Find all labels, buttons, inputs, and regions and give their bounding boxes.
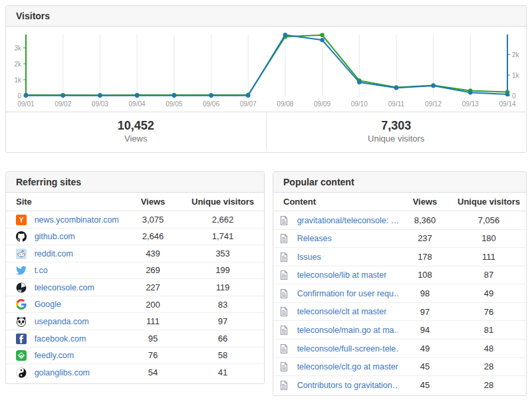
referring-site-link[interactable]: reddit.com bbox=[35, 249, 73, 258]
content-link[interactable]: Confirmation for user requesting to bbox=[297, 289, 398, 298]
content-link[interactable]: Contributors to gravitational/teleco bbox=[297, 381, 398, 390]
unique-total-label: Unique visitors bbox=[267, 134, 527, 144]
views-total-value: 10,452 bbox=[6, 118, 266, 134]
referring-site-link[interactable]: usepanda.com bbox=[35, 317, 89, 326]
unique-value: 180 bbox=[452, 229, 526, 248]
views-value: 95 bbox=[124, 330, 182, 347]
referring-site-link[interactable]: teleconsole.com bbox=[35, 283, 94, 292]
views-value: 269 bbox=[124, 262, 182, 279]
referring-site-link[interactable]: golanglibs.com bbox=[35, 368, 90, 377]
views-total-label: Views bbox=[6, 134, 266, 144]
file-text-icon bbox=[279, 233, 289, 244]
file-text-icon bbox=[279, 270, 289, 280]
unique-value: 76 bbox=[452, 302, 526, 321]
views-value: 439 bbox=[124, 245, 182, 262]
views-value: 94 bbox=[398, 321, 452, 340]
svg-text:2k: 2k bbox=[512, 51, 520, 58]
table-row: Confirmation for user requesting to 98 4… bbox=[273, 284, 526, 303]
views-value: 227 bbox=[124, 279, 182, 296]
twitter-favicon bbox=[16, 265, 27, 276]
unique-value: 7,056 bbox=[452, 211, 526, 230]
table-row: golanglibs.com 54 41 bbox=[6, 364, 264, 381]
unique-value: 199 bbox=[182, 262, 264, 279]
unique-total-stat: 7,303 Unique visitors bbox=[266, 112, 527, 150]
hackernews-favicon: Y bbox=[16, 215, 27, 225]
content-link[interactable]: gravitational/teleconsole: UNIX shel bbox=[297, 216, 398, 225]
svg-text:09/04: 09/04 bbox=[129, 100, 146, 108]
file-text-icon bbox=[279, 344, 289, 354]
file-text-icon bbox=[279, 361, 289, 372]
views-value: 2,646 bbox=[124, 228, 182, 245]
visitors-stats-row: 10,452 Views 7,303 Unique visitors bbox=[6, 112, 526, 150]
unique-value: 83 bbox=[182, 296, 264, 313]
referring-site-link[interactable]: feedly.com bbox=[35, 351, 74, 360]
column-header-unique: Unique visitors bbox=[452, 193, 526, 211]
github-favicon bbox=[16, 231, 27, 242]
file-text-icon bbox=[279, 325, 289, 336]
table-row: teleconsole/main.go at master 94 81 bbox=[273, 321, 526, 340]
unique-value: 2,662 bbox=[182, 211, 264, 229]
content-link[interactable]: teleconsole/clt.go at master bbox=[297, 362, 398, 371]
unique-value: 28 bbox=[452, 376, 526, 394]
svg-text:09/10: 09/10 bbox=[351, 100, 368, 108]
golanglibs-favicon bbox=[16, 367, 27, 378]
column-header-views: Views bbox=[398, 193, 452, 211]
file-text-icon bbox=[279, 252, 289, 262]
referring-sites-card: Referring sites Site Views Unique visito… bbox=[5, 171, 265, 384]
content-link[interactable]: teleconsole/full-screen-teleconsole bbox=[297, 344, 398, 353]
svg-text:09/08: 09/08 bbox=[277, 100, 293, 108]
unique-value: 1,741 bbox=[182, 228, 264, 245]
reddit-favicon bbox=[16, 249, 27, 259]
referring-site-link[interactable]: Google bbox=[35, 300, 61, 309]
svg-text:09/07: 09/07 bbox=[240, 100, 257, 108]
content-link[interactable]: teleconsole/lib at master bbox=[297, 270, 387, 280]
table-row: Google 200 83 bbox=[6, 296, 264, 313]
referring-site-link[interactable]: github.com bbox=[35, 232, 75, 241]
content-link[interactable]: teleconsole/main.go at master bbox=[297, 326, 398, 335]
views-value: 98 bbox=[398, 284, 452, 303]
table-row: t.co 269 199 bbox=[6, 262, 264, 279]
referring-site-link[interactable]: facebook.com bbox=[35, 334, 86, 344]
svg-text:09/01: 09/01 bbox=[17, 100, 34, 108]
views-value: 237 bbox=[398, 229, 452, 248]
svg-text:09/09: 09/09 bbox=[314, 100, 331, 108]
teleconsole-favicon bbox=[16, 282, 27, 293]
svg-text:Y: Y bbox=[19, 217, 24, 224]
referring-site-link[interactable]: news.ycombinator.com bbox=[35, 215, 119, 225]
svg-text:09/02: 09/02 bbox=[55, 100, 71, 108]
referring-sites-table: Site Views Unique visitors Y news.ycombi… bbox=[6, 193, 264, 381]
table-row: github.com 2,646 1,741 bbox=[6, 228, 264, 245]
views-value: 178 bbox=[398, 248, 452, 266]
views-value: 108 bbox=[398, 266, 452, 284]
referring-site-link[interactable]: t.co bbox=[35, 266, 48, 275]
visitors-card-title: Visitors bbox=[6, 6, 526, 27]
visitors-card: Visitors 01k2k3k01k2k09/0109/0209/0309/0… bbox=[5, 5, 527, 153]
visitors-traffic-chart[interactable]: 01k2k3k01k2k09/0109/0209/0309/0409/0509/… bbox=[6, 27, 526, 112]
svg-text:2k: 2k bbox=[14, 60, 22, 68]
file-text-icon bbox=[279, 215, 289, 226]
content-link[interactable]: Issues bbox=[297, 252, 321, 262]
feedly-favicon bbox=[16, 350, 27, 361]
svg-text:0: 0 bbox=[17, 92, 21, 100]
table-row: usepanda.com 111 97 bbox=[6, 313, 264, 330]
svg-text:09/13: 09/13 bbox=[462, 100, 479, 108]
views-value: 111 bbox=[124, 313, 182, 330]
unique-value: 49 bbox=[452, 284, 526, 303]
unique-value: 81 bbox=[452, 321, 526, 340]
column-header-unique: Unique visitors bbox=[182, 193, 264, 211]
table-row: teleconsole/lib at master 108 87 bbox=[273, 266, 526, 284]
svg-text:09/14: 09/14 bbox=[499, 100, 515, 108]
unique-value: 41 bbox=[182, 364, 264, 381]
views-value: 49 bbox=[398, 339, 452, 357]
content-link[interactable]: Releases bbox=[297, 234, 332, 243]
content-link[interactable]: teleconsole/clt at master bbox=[297, 307, 387, 316]
svg-text:1k: 1k bbox=[14, 76, 22, 84]
unique-value: 48 bbox=[452, 339, 526, 357]
file-text-icon bbox=[279, 380, 289, 391]
table-row: feedly.com 76 58 bbox=[6, 347, 264, 364]
views-value: 3,075 bbox=[124, 211, 182, 229]
popular-content-title: Popular content bbox=[273, 172, 526, 193]
unique-value: 87 bbox=[452, 266, 526, 284]
svg-text:09/05: 09/05 bbox=[166, 100, 182, 108]
table-row: reddit.com 439 353 bbox=[6, 245, 264, 262]
